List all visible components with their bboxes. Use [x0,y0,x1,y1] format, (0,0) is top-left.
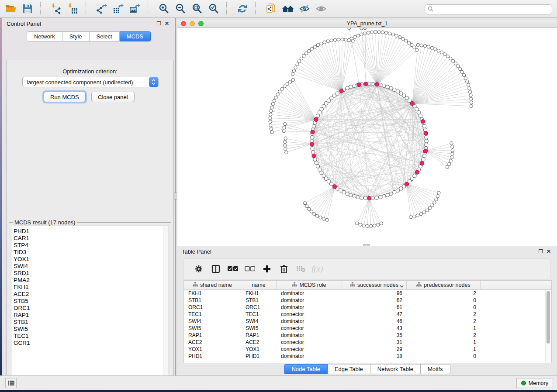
mcds-result-list[interactable]: PHD1CAR1STP4TID3YOX1SWI4SRD1PMA2FKH1ACE2… [11,226,169,382]
column-header-shared-name[interactable]: shared name [184,281,241,289]
table-cell: 0 [407,297,481,304]
list-item[interactable]: STP4 [14,242,169,249]
table-cell: TEC1 [241,311,277,318]
close-panel-icon[interactable]: ✕ [163,21,171,27]
search-field[interactable] [425,4,552,14]
run-mcds-button[interactable]: Run MCDS [44,92,86,102]
table-row[interactable]: SWI5SWI5connector431 [184,325,551,332]
network-titlebar[interactable]: YPA_prune.txt_1 [177,20,557,28]
table-row[interactable]: STB1STB1dominator620 [184,297,551,304]
table-body: FKH1FKH1dominator962STB1STB1dominator620… [184,290,551,360]
list-item[interactable]: FKH1 [14,284,169,291]
column-header-successor-nodes[interactable]: successor nodes [342,281,407,289]
table-row[interactable]: RAP1RAP1dominator352 [184,332,551,339]
select-all-icon[interactable] [224,261,241,277]
table-row[interactable]: ACE2ACE2connector311 [184,339,551,346]
table-row[interactable]: FKH1FKH1dominator962 [184,290,551,297]
list-item[interactable]: CAR1 [14,235,169,242]
gear-icon[interactable] [190,261,207,277]
close-table-panel-icon[interactable]: ✕ [545,248,553,254]
import-table-button[interactable] [65,1,81,16]
column-type-icon [193,282,198,288]
table-row[interactable]: YOX1YOX1connector291 [184,346,551,353]
list-item[interactable]: PMA2 [14,277,169,284]
table-cell: ORC1 [184,304,241,311]
open-file-button[interactable] [3,1,19,16]
save-session-button[interactable] [19,1,36,16]
list-item[interactable]: SRD1 [14,270,169,277]
table-row[interactable]: ORC1ORC1dominator610 [184,304,551,311]
table-cell: dominator [277,353,342,360]
show-graphics-details-button[interactable] [313,1,329,16]
column-header-predecessor-nodes[interactable]: predecessor nodes [407,281,481,289]
deselect-all-icon[interactable] [241,261,258,277]
sort-descending-icon [400,283,404,289]
list-item[interactable]: ORC1 [14,305,169,312]
style-document-button[interactable] [263,1,280,16]
table-panel-title: Table Panel [182,248,211,255]
table-cell: 0 [407,353,481,360]
table-cell: 1 [407,339,481,346]
list-item[interactable]: TEC1 [14,333,169,340]
tab-network[interactable]: Network [27,31,62,41]
table-cell: dominator [277,318,342,325]
tab-motifs[interactable]: Motifs [421,364,450,374]
table-cell: dominator [277,290,342,297]
tab-mcds[interactable]: MCDS [120,31,151,41]
tab-node-table[interactable]: Node Table [284,364,328,374]
zoom-selected-button[interactable] [205,1,222,16]
svg-text:f(x): f(x) [311,264,323,274]
column-header-MCDS-role[interactable]: MCDS role [277,281,342,289]
list-item[interactable]: PHD1 [14,228,169,235]
delete-column-icon[interactable] [275,261,292,277]
list-item[interactable]: ACE2 [14,291,169,298]
table-cell: 31 [342,339,407,346]
list-scrollbar[interactable] [163,226,169,382]
float-table-panel-icon[interactable]: ❒ [537,248,545,254]
table-cell: connector [277,311,342,318]
list-item[interactable]: GCR1 [14,340,169,347]
tab-edge-table[interactable]: Edge Table [328,364,370,374]
column-header-name[interactable]: name [241,281,277,289]
list-item[interactable]: YOX1 [14,256,169,263]
table-cell: dominator [277,332,342,339]
import-network-button[interactable] [48,1,65,16]
list-item[interactable]: RAP1 [14,312,169,319]
list-item[interactable]: TID3 [14,249,169,256]
list-item[interactable]: SWI5 [14,326,169,333]
table-scrollbar[interactable] [545,290,551,363]
tab-style[interactable]: Style [62,31,90,41]
node-table: shared namenameMCDS rolesuccessor nodesp… [183,280,552,363]
split-view-icon[interactable] [207,261,224,277]
column-type-icon [416,282,422,288]
optimization-select[interactable]: largest connected component (undirected) [22,77,159,87]
list-item[interactable]: STB1 [14,319,169,326]
export-image-button[interactable] [127,1,143,16]
zoom-fit-button[interactable] [189,1,205,16]
zoom-in-button[interactable] [156,1,172,16]
close-panel-button[interactable]: Close panel [91,92,135,102]
table-scrollbar-thumb[interactable] [547,291,550,344]
table-row[interactable]: SWI4SWI4dominator462 [184,318,551,325]
table-row[interactable]: PHD1PHD1dominator180 [184,353,551,360]
tab-network-table[interactable]: Network Table [370,364,421,374]
list-item[interactable]: STB5 [14,298,169,305]
search-input[interactable] [435,7,552,13]
zoom-out-button[interactable] [172,1,189,16]
add-column-icon[interactable] [258,261,275,277]
task-history-button[interactable] [5,378,17,388]
export-network-button[interactable] [93,1,110,16]
hide-graphics-details-button[interactable] [296,1,313,16]
network-canvas[interactable] [177,28,557,246]
tab-select[interactable]: Select [90,31,120,41]
float-panel-icon[interactable]: ❒ [155,21,163,27]
export-table-button[interactable] [110,1,127,16]
table-row[interactable]: TEC1TEC1connector472 [184,311,551,318]
table-cell: connector [277,339,342,346]
table-cell: 2 [407,311,481,318]
table-toolbar: f(x) [183,258,551,279]
memory-button[interactable]: Memory [516,378,553,388]
apply-layout-button[interactable] [234,1,251,16]
list-item[interactable]: SWI4 [14,263,169,270]
first-neighbors-button[interactable] [280,1,296,16]
